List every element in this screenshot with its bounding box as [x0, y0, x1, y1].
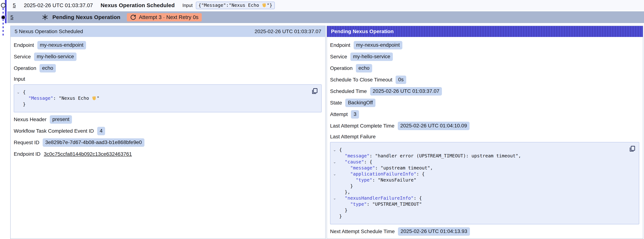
field-row: Operationecho: [330, 64, 639, 73]
event-detail-panels: 5 Nexus Operation Scheduled 2025-02-26 U…: [10, 26, 643, 239]
event-title: Nexus Operation Scheduled: [100, 2, 175, 8]
json-line: }: [330, 207, 626, 213]
gutter-spacer: [330, 177, 339, 183]
json-line: "message": "upstream timeout",: [330, 165, 626, 171]
copy-icon: [628, 145, 636, 152]
json-line: }: [330, 213, 626, 219]
field-label: Last Attempt Complete Time: [330, 123, 394, 129]
event-timestamp: 2025-02-26 UTC 01:03:37.07: [24, 2, 93, 8]
field-label: Operation: [330, 65, 352, 71]
event-marker-filled-icon: [1, 15, 6, 20]
pending-operation-header: Pending Nexus Operation: [327, 26, 643, 37]
retry-icon: [130, 14, 136, 20]
copy-icon: [311, 88, 318, 94]
endpoint-id-link[interactable]: 3c0c75ccfa8144b092c13ce632463761: [44, 151, 132, 157]
json-line: "message": "handler error (UPSTREAM_TIME…: [330, 153, 626, 159]
json-line: }: [330, 183, 626, 189]
attempt-badge-text: Attempt 3 · Next Retry 0s: [139, 14, 198, 20]
gutter-spacer: [330, 201, 339, 207]
gutter-spacer: [330, 189, 339, 195]
json-line: "type": "NexusFailure": [330, 177, 626, 183]
field-value-badge: my-nexus-endpoint: [37, 41, 86, 50]
event-id-link[interactable]: 5: [13, 2, 16, 8]
field-row: Workflow Task Completed Event ID4: [14, 127, 322, 136]
event-input-label: Input: [182, 3, 193, 8]
gutter-spacer: [330, 153, 339, 159]
collapse-toggle-icon[interactable]: ⌄: [330, 195, 339, 201]
field-label: Endpoint ID: [14, 151, 40, 157]
field-row: Endpointmy-nexus-endpoint: [14, 41, 322, 50]
field-value-badge: present: [50, 115, 72, 124]
pending-operation-header-title: Pending Nexus Operation: [331, 28, 394, 34]
field-value-badge: my-nexus-endpoint: [354, 41, 402, 50]
gutter-spacer: [330, 207, 339, 213]
event-detail-header-timestamp: 2025-02-26 UTC 01:03:37.07: [255, 28, 321, 34]
field-label: Request ID: [14, 140, 39, 146]
field-row: Scheduled Time2025-02-26 UTC 01:03:37.07: [330, 87, 639, 96]
field-row: Schedule To Close Timeout0s: [330, 76, 639, 84]
collapse-toggle-icon[interactable]: ⌄: [330, 159, 339, 165]
wave-emoji-icon: [92, 96, 97, 101]
field-label: Operation: [14, 65, 36, 71]
json-line: "type": "UPSTREAM_TIMEOUT": [330, 201, 626, 207]
timeline-connector-line: [2, 8, 4, 36]
field-value-badge: 2025-02-26 UTC 01:04:13.93: [398, 227, 470, 236]
json-line: ⌄{: [330, 147, 626, 153]
pending-operation-panel: Pending Nexus Operation Endpointmy-nexus…: [326, 26, 643, 239]
gutter-spacer: [330, 165, 339, 171]
gutter-spacer: [14, 101, 23, 107]
event-summary-row[interactable]: 5 2025-02-26 UTC 01:03:37.07 Nexus Opera…: [7, 0, 644, 11]
collapse-toggle-icon[interactable]: ⌄: [14, 89, 23, 95]
field-label: Scheduled Time: [330, 88, 367, 94]
field-value-badge: 2025-02-26 UTC 01:03:37.07: [370, 87, 442, 96]
pending-event-id-link[interactable]: 5: [10, 14, 13, 20]
gutter-spacer: [14, 95, 23, 101]
field-value-badge: 0s: [396, 76, 406, 84]
field-label: Workflow Task Completed Event ID: [14, 128, 94, 134]
field-row: Request ID3e829b7e-7d67-4b08-aad3-b1e868…: [14, 138, 322, 147]
field-value-badge: 3e829b7e-7d67-4b08-aad3-b1e868bfe9e0: [43, 138, 144, 147]
field-label: Service: [14, 54, 31, 60]
field-label: Attempt: [330, 112, 348, 117]
wave-emoji-icon: [262, 3, 267, 8]
field-value-badge: BackingOff: [345, 99, 375, 107]
field-row: Nexus Headerpresent: [14, 115, 322, 124]
field-label: State: [330, 100, 342, 106]
json-line: ⌄{: [14, 89, 308, 95]
field-value-badge: my-hello-service: [350, 52, 393, 61]
copy-json-button[interactable]: [311, 88, 318, 94]
json-line: ⌄ "cause": {: [330, 159, 626, 165]
pending-operation-fields: Endpointmy-nexus-endpointServicemy-hello…: [327, 37, 643, 236]
event-marker-open-icon: [1, 3, 6, 8]
field-row: Attempt3: [330, 110, 639, 119]
field-label: Schedule To Close Timeout: [330, 77, 392, 83]
field-label: Endpoint: [14, 42, 34, 48]
field-value-badge: 3: [351, 110, 359, 118]
json-code-block: ⌄{ "Message": "Nexus Echo "}: [14, 84, 322, 112]
field-row: StateBackingOff: [330, 98, 639, 107]
event-detail-fields: Endpointmy-nexus-endpointServicemy-hello…: [10, 37, 325, 158]
field-label: Input: [14, 76, 25, 82]
event-detail-header-title: 5 Nexus Operation Scheduled: [15, 28, 83, 34]
field-row: Operationecho: [14, 64, 322, 73]
field-value-badge: echo: [356, 64, 372, 72]
pending-operation-row[interactable]: 5 Pending Nexus Operation Attempt 3 · Ne…: [7, 11, 644, 23]
gutter-spacer: [330, 213, 339, 219]
field-row: Endpoint ID3c0c75ccfa8144b092c13ce632463…: [14, 150, 322, 158]
collapse-toggle-icon[interactable]: ⌄: [330, 147, 339, 153]
field-row: Input: [14, 76, 322, 82]
event-detail-panel: 5 Nexus Operation Scheduled 2025-02-26 U…: [10, 26, 326, 239]
field-row: Servicemy-hello-service: [14, 52, 322, 61]
collapse-toggle-icon[interactable]: ⌄: [330, 171, 339, 177]
field-value-badge: my-hello-service: [34, 52, 76, 61]
field-row: Next Attempt Schedule Time2025-02-26 UTC…: [330, 227, 639, 236]
copy-json-button[interactable]: [628, 145, 636, 152]
event-detail-header: 5 Nexus Operation Scheduled 2025-02-26 U…: [10, 26, 325, 37]
json-line: }: [14, 101, 308, 107]
event-input-value-badge: {"Message":"Nexus Echo "}: [196, 2, 275, 9]
field-value-badge: 4: [97, 127, 105, 135]
gutter-spacer: [330, 183, 339, 189]
field-label: Next Attempt Schedule Time: [330, 228, 395, 234]
attempt-retry-badge: Attempt 3 · Next Retry 0s: [127, 13, 202, 22]
field-row: Last Attempt Failure: [330, 134, 639, 140]
